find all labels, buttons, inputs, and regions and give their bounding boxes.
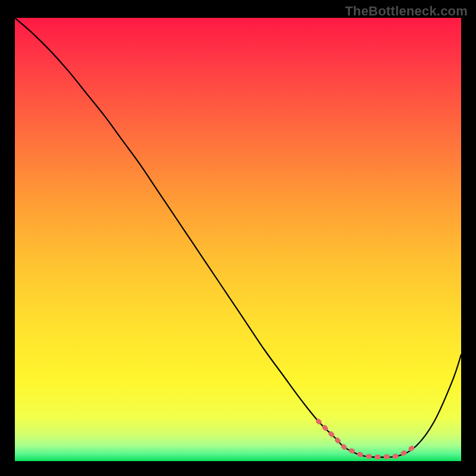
- chart-stage: TheBottleneck.com: [0, 0, 476, 476]
- attribution-text: TheBottleneck.com: [345, 4, 468, 19]
- gradient-background: [15, 18, 461, 461]
- chart-svg: [15, 18, 461, 461]
- plot-area: [15, 18, 461, 461]
